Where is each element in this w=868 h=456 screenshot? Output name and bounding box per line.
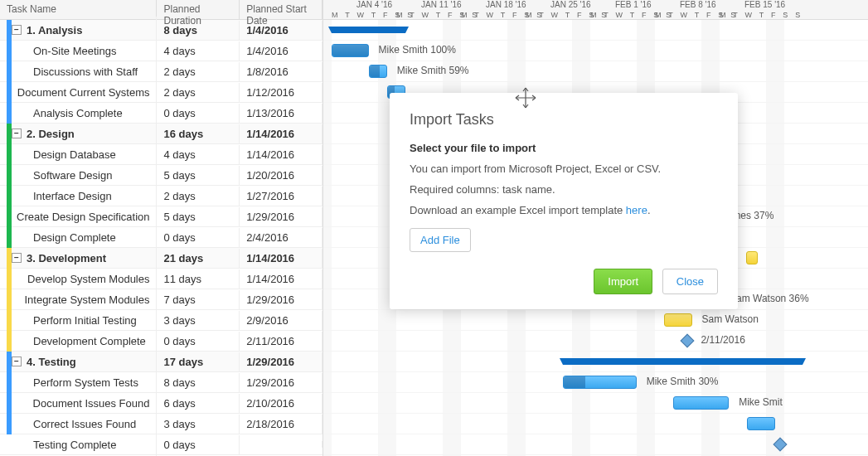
task-duration: 17 days: [157, 352, 240, 371]
task-duration: 0 days: [157, 104, 240, 123]
task-duration: 8 days: [157, 21, 240, 40]
task-bar[interactable]: [746, 251, 758, 264]
task-bar[interactable]: [563, 376, 637, 389]
task-duration: 5 days: [157, 166, 240, 185]
collapse-icon[interactable]: −: [12, 253, 22, 263]
bar-label: Mike Smith 59%: [397, 65, 469, 76]
task-name: Document Current Systems: [17, 86, 150, 99]
col-header-start[interactable]: Planned Start Date: [240, 0, 322, 19]
bar-label: Sam Watson: [702, 313, 759, 325]
task-start-date: 1/14/2016: [240, 269, 322, 289]
gantt-row: 2/11/2016: [323, 331, 868, 352]
task-start-date: 2/11/2016: [240, 332, 322, 351]
collapse-icon[interactable]: −: [12, 129, 22, 138]
task-name: Document Issues Found: [33, 397, 150, 410]
add-file-button[interactable]: Add File: [410, 228, 471, 252]
task-start-date: 1/13/2016: [240, 104, 322, 123]
task-name: Design Database: [33, 148, 116, 161]
task-start-date: 2/10/2016: [240, 394, 322, 413]
milestone-icon[interactable]: [681, 334, 695, 348]
bar-label: 2/11/2016: [701, 334, 744, 346]
week-label: JAN 4 '16: [356, 0, 392, 9]
week-label: FEB 1 '16: [615, 0, 652, 9]
task-name: Discussions with Staff: [33, 65, 138, 78]
task-bar[interactable]: [673, 396, 729, 410]
gantt-row: [323, 434, 868, 455]
task-name: Development Complete: [33, 335, 146, 347]
task-duration: 0 days: [157, 332, 240, 351]
task-duration: 2 days: [157, 187, 240, 206]
task-duration: 4 days: [157, 41, 240, 61]
collapse-icon[interactable]: −: [12, 357, 22, 366]
collapse-icon[interactable]: −: [12, 25, 22, 35]
import-tasks-dialog: Import Tasks Select your file to import …: [390, 93, 738, 309]
task-name: 4. Testing: [27, 356, 76, 368]
table-row[interactable]: Testing Complete0 days: [0, 434, 322, 455]
dialog-title: Import Tasks: [410, 111, 718, 129]
week-label: JAN 18 '16: [486, 0, 526, 9]
bar-label: Mike Smith 100%: [379, 44, 456, 56]
week-label: FEB 15 '16: [744, 0, 785, 9]
task-start-date: 1/20/2016: [240, 166, 322, 185]
category-color: [7, 434, 12, 455]
template-link[interactable]: here: [626, 204, 647, 216]
task-start-date: 1/4/2016: [240, 41, 322, 61]
task-duration: 8 days: [157, 373, 240, 392]
task-duration: 2 days: [157, 83, 240, 102]
task-bar[interactable]: [332, 44, 369, 57]
task-start-date: 2/9/2016: [240, 311, 322, 330]
gantt-row: [323, 414, 868, 434]
task-bar[interactable]: [747, 417, 774, 430]
task-duration: 7 days: [157, 290, 240, 309]
task-start-date: 2/4/2016: [240, 228, 322, 247]
task-duration: 0 days: [157, 435, 240, 454]
bar-label: Mike Smit: [739, 396, 783, 408]
summary-bar[interactable]: [332, 27, 405, 33]
task-name: Design Complete: [33, 231, 116, 244]
dialog-text-2: Required columns: task name.: [410, 183, 718, 196]
task-start-date: 1/14/2016: [240, 124, 322, 143]
task-name: Create Design Specification: [17, 211, 149, 223]
bar-label: Sam Watson 36%: [730, 293, 809, 304]
gantt-row: Mike Smit: [323, 393, 868, 414]
task-start-date: 1/4/2016: [240, 21, 322, 40]
task-grid: Task Name Planned Duration Planned Start…: [0, 0, 323, 456]
task-name: Testing Complete: [33, 439, 116, 451]
task-name: Perform Initial Testing: [33, 314, 137, 327]
close-button[interactable]: Close: [662, 269, 718, 294]
task-name: 3. Development: [27, 252, 106, 264]
import-button[interactable]: Import: [594, 269, 652, 294]
task-start-date: 1/14/2016: [240, 249, 322, 268]
task-start-date: 1/14/2016: [240, 145, 322, 164]
task-start-date: 1/29/2016: [240, 352, 322, 371]
task-name: Interface Design: [33, 190, 112, 202]
task-duration: 21 days: [157, 249, 240, 268]
col-header-duration[interactable]: Planned Duration: [157, 0, 240, 19]
task-start-date: 1/8/2016: [240, 62, 322, 81]
task-start-date: 1/29/2016: [240, 207, 322, 226]
gantt-row: Mike Smith 100%: [323, 41, 868, 61]
task-start-date: 2/18/2016: [240, 415, 322, 434]
summary-bar[interactable]: [563, 358, 803, 365]
task-start-date: 1/29/2016: [240, 290, 322, 309]
milestone-icon[interactable]: [773, 438, 787, 452]
task-bar[interactable]: [664, 313, 691, 327]
task-name: Perform System Tests: [33, 376, 138, 389]
task-name: Correct Issues Found: [33, 418, 136, 430]
task-duration: 3 days: [157, 311, 240, 330]
task-name: Integrate System Modules: [24, 293, 149, 306]
dialog-text-1: You can import from Microsoft Project, E…: [410, 163, 718, 175]
week-label: JAN 11 '16: [421, 0, 462, 9]
week-label: FEB 8 '16: [680, 0, 716, 9]
task-name: Analysis Complete: [33, 107, 123, 119]
task-name: 1. Analysis: [27, 24, 82, 36]
day-labels: M T W T F S S: [720, 11, 803, 19]
task-duration: 4 days: [157, 145, 240, 164]
move-cursor-icon: [514, 86, 537, 114]
task-start-date: 1/12/2016: [240, 83, 322, 102]
gantt-row: Mike Smith 59%: [323, 61, 868, 82]
task-bar[interactable]: [369, 65, 387, 78]
gantt-row: [323, 352, 868, 372]
task-name: On-Site Meetings: [33, 45, 116, 57]
task-duration: 3 days: [157, 415, 240, 434]
